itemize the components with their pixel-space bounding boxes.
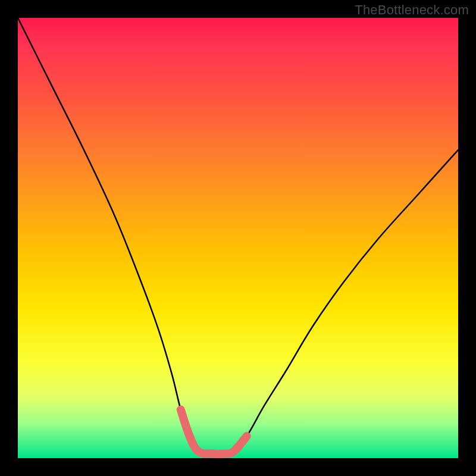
chart-frame: TheBottleneck.com	[0, 0, 476, 476]
chart-svg	[18, 18, 458, 458]
chart-plot-area	[18, 18, 458, 458]
highlight-segment	[181, 410, 247, 454]
bottleneck-curve	[18, 18, 458, 454]
watermark-text: TheBottleneck.com	[355, 2, 469, 18]
